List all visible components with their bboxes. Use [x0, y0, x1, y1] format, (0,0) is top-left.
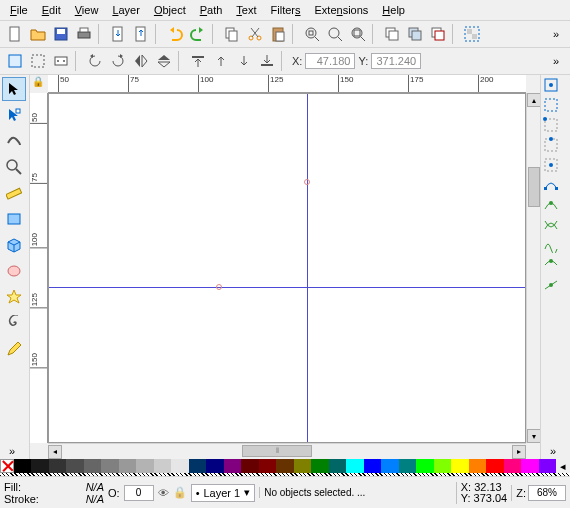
tweak-tool[interactable] [2, 129, 26, 153]
ellipse-tool[interactable] [2, 259, 26, 283]
undo-button[interactable] [164, 23, 186, 45]
zoom-input[interactable] [528, 485, 566, 501]
color-swatch[interactable] [451, 459, 468, 473]
pencil-tool[interactable] [2, 337, 26, 361]
snap-midpoint-icon[interactable] [543, 277, 568, 295]
horizontal-scrollbar[interactable]: ◂ ⦀ ▸ [48, 443, 526, 459]
color-swatch[interactable] [189, 459, 206, 473]
color-swatch[interactable] [521, 459, 538, 473]
snap-cusp-icon[interactable] [543, 237, 568, 255]
star-tool[interactable] [2, 285, 26, 309]
guide-node[interactable] [304, 179, 310, 185]
snap-bbox-icon[interactable] [543, 97, 568, 115]
flip-h-icon[interactable] [130, 50, 152, 72]
color-swatch[interactable] [346, 459, 363, 473]
y-coord-input[interactable]: 371.240 [371, 53, 421, 69]
menu-filters[interactable]: Filters [265, 2, 307, 18]
color-swatch[interactable] [399, 459, 416, 473]
paste-button[interactable] [267, 23, 289, 45]
lower-bottom-icon[interactable] [256, 50, 278, 72]
new-button[interactable] [4, 23, 26, 45]
scroll-thumb[interactable]: ⦀ [242, 445, 312, 457]
unlink-clone-button[interactable] [427, 23, 449, 45]
zoom-page-button[interactable] [347, 23, 369, 45]
color-swatch[interactable] [66, 459, 83, 473]
rect-tool[interactable] [2, 207, 26, 231]
color-swatch[interactable] [119, 459, 136, 473]
menu-layer[interactable]: Layer [106, 2, 146, 18]
save-button[interactable] [50, 23, 72, 45]
color-swatch[interactable] [154, 459, 171, 473]
snap-overflow-icon[interactable]: » [543, 445, 563, 457]
menu-text[interactable]: Text [230, 2, 262, 18]
scroll-up-icon[interactable]: ▴ [527, 93, 540, 107]
flip-v-icon[interactable] [153, 50, 175, 72]
snap-intersect-icon[interactable] [543, 217, 568, 235]
zoom-fit-button[interactable] [301, 23, 323, 45]
opacity-input[interactable] [124, 485, 154, 501]
scroll-right-icon[interactable]: ▸ [512, 445, 526, 459]
color-swatch[interactable] [49, 459, 66, 473]
lock-icon[interactable]: 🔒 [32, 76, 44, 87]
snap-edge-icon[interactable] [543, 137, 568, 155]
raise-top-icon[interactable] [187, 50, 209, 72]
color-swatch[interactable] [259, 459, 276, 473]
box3d-tool[interactable] [2, 233, 26, 257]
snap-corner-icon[interactable] [543, 117, 568, 135]
color-swatch[interactable] [504, 459, 521, 473]
layer-lock-icon[interactable]: 🔒 [173, 486, 187, 499]
color-swatch[interactable] [136, 459, 153, 473]
color-swatch[interactable] [276, 459, 293, 473]
clone-button[interactable] [404, 23, 426, 45]
color-swatch[interactable] [469, 459, 486, 473]
copy-button[interactable] [221, 23, 243, 45]
snap-enable-icon[interactable] [543, 77, 568, 95]
menu-path[interactable]: Path [194, 2, 229, 18]
menu-extensions[interactable]: Extensions [309, 2, 375, 18]
color-swatch[interactable] [31, 459, 48, 473]
layer-selector[interactable]: •Layer 1 ▾ [191, 484, 256, 502]
scroll-down-icon[interactable]: ▾ [527, 429, 540, 443]
zoom-drawing-button[interactable] [324, 23, 346, 45]
menu-view[interactable]: View [69, 2, 105, 18]
ruler-horizontal[interactable]: 50 75 100 125 150 175 200 [48, 75, 526, 93]
scroll-thumb[interactable] [528, 167, 540, 207]
layer-visibility-icon[interactable]: 👁 [158, 487, 169, 499]
snap-nodes-icon[interactable] [543, 177, 568, 195]
snap-center-icon[interactable] [543, 157, 568, 175]
toggle-selection-cue-icon[interactable] [50, 50, 72, 72]
color-swatch[interactable] [241, 459, 258, 473]
color-swatch[interactable] [434, 459, 451, 473]
menu-file[interactable]: File [4, 2, 34, 18]
lower-icon[interactable] [233, 50, 255, 72]
color-swatch[interactable] [416, 459, 433, 473]
color-swatch[interactable] [329, 459, 346, 473]
raise-icon[interactable] [210, 50, 232, 72]
color-swatch[interactable] [294, 459, 311, 473]
palette-menu-icon[interactable]: ◂ [556, 459, 570, 473]
menu-help[interactable]: Help [376, 2, 411, 18]
redo-button[interactable] [187, 23, 209, 45]
print-button[interactable] [73, 23, 95, 45]
color-swatch[interactable] [101, 459, 118, 473]
zoom-control[interactable]: Z: [511, 485, 566, 501]
select-bbox-icon[interactable] [27, 50, 49, 72]
toolbox-overflow-icon[interactable]: » [2, 445, 22, 457]
color-swatch[interactable] [206, 459, 223, 473]
ruler-vertical[interactable]: 50 75 100 125 150 [30, 93, 48, 443]
x-coord-input[interactable]: 47.180 [305, 53, 355, 69]
snap-smooth-icon[interactable] [543, 257, 568, 275]
cut-button[interactable] [244, 23, 266, 45]
toolbar-overflow-icon[interactable]: » [546, 28, 566, 40]
vertical-scrollbar[interactable]: ▴ ▾ [526, 93, 540, 443]
options-overflow-icon[interactable]: » [546, 55, 566, 67]
open-button[interactable] [27, 23, 49, 45]
color-swatch[interactable] [486, 459, 503, 473]
color-swatch[interactable] [381, 459, 398, 473]
import-button[interactable] [107, 23, 129, 45]
scroll-left-icon[interactable]: ◂ [48, 445, 62, 459]
menu-edit[interactable]: Edit [36, 2, 67, 18]
spiral-tool[interactable] [2, 311, 26, 335]
rotate-ccw-icon[interactable] [84, 50, 106, 72]
rotate-cw-icon[interactable] [107, 50, 129, 72]
